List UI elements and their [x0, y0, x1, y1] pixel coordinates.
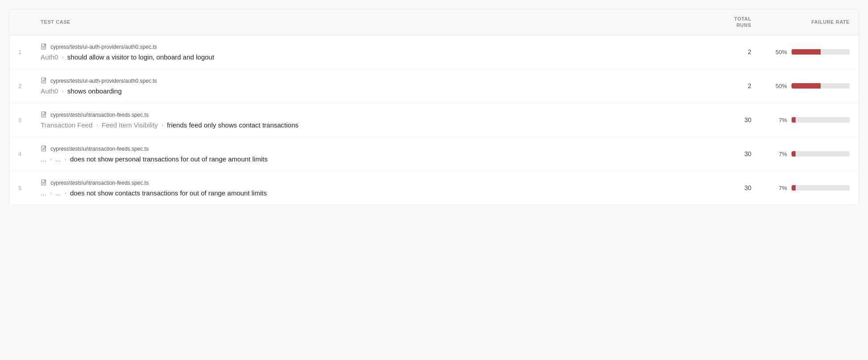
file-path: cypress\tests\ui\transaction-feeds.spec.… [41, 111, 707, 119]
total-runs: 30 [707, 184, 760, 191]
file-icon [41, 111, 48, 119]
file-icon [41, 77, 48, 85]
file-path: cypress/tests/ui-auth-providers/auth0.sp… [41, 43, 707, 51]
failure-percentage: 7% [773, 185, 787, 191]
breadcrumb-part: ... [55, 189, 61, 197]
failure-bar-fill [792, 151, 796, 157]
failure-bar-container [792, 49, 850, 55]
breadcrumb-part: Auth0 [41, 53, 58, 61]
table-header: TEST CASE TOTALRUNS FAILURE RATE [9, 9, 859, 35]
test-info: cypress/tests/ui-auth-providers/auth0.sp… [41, 43, 707, 61]
test-title: friends feed only shows contact transact… [167, 121, 298, 129]
failure-bar-fill [792, 117, 796, 123]
failure-bar-fill [792, 83, 821, 89]
breadcrumb-part: ... [41, 155, 46, 163]
breadcrumb-part: Feed Item Visibility [102, 121, 158, 129]
total-runs: 2 [707, 82, 760, 89]
total-runs: 2 [707, 48, 760, 55]
svg-rect-4 [42, 78, 46, 83]
breadcrumb-separator: › [161, 122, 163, 128]
row-number: 2 [18, 83, 41, 89]
svg-rect-8 [42, 112, 46, 117]
test-title: should allow a visitor to login, onboard… [67, 53, 215, 61]
file-name: cypress/tests/ui-auth-providers/auth0.sp… [51, 44, 157, 50]
row-number: 5 [18, 185, 41, 191]
failure-bar-container [792, 151, 850, 157]
failure-bar-container [792, 185, 850, 191]
failure-rate-cell: 7% [760, 117, 850, 123]
test-name: Auth0 › should allow a visitor to login,… [41, 53, 707, 61]
breadcrumb-part: ... [55, 155, 61, 163]
test-info: cypress\tests\ui\transaction-feeds.spec.… [41, 111, 707, 129]
breadcrumb-part: ... [41, 189, 46, 197]
failure-bar-fill [792, 49, 821, 55]
table-body: 1 cypress/tests/ui-auth-providers/auth0.… [9, 35, 859, 205]
table-row: 5 cypress\tests\ui\transaction-feeds.spe… [9, 171, 859, 205]
table-row: 4 cypress\tests\ui\transaction-feeds.spe… [9, 137, 859, 171]
failure-rate-cell: 7% [760, 151, 850, 157]
breadcrumb-separator: › [96, 122, 98, 128]
table-row: 2 cypress/tests/ui-auth-providers/auth0.… [9, 69, 859, 103]
svg-rect-16 [42, 180, 46, 185]
file-name: cypress\tests\ui\transaction-feeds.spec.… [51, 180, 148, 186]
svg-rect-12 [42, 146, 46, 151]
file-path: cypress\tests\ui\transaction-feeds.spec.… [41, 179, 707, 186]
breadcrumb-part: Transaction Feed [41, 121, 93, 129]
breadcrumb-separator: › [62, 54, 63, 60]
file-name: cypress\tests\ui\transaction-feeds.spec.… [51, 112, 148, 118]
file-name: cypress/tests/ui-auth-providers/auth0.sp… [51, 78, 157, 84]
test-name: ...›... › does not show contacts transac… [41, 189, 707, 197]
total-runs: 30 [707, 150, 760, 157]
test-info: cypress\tests\ui\transaction-feeds.spec.… [41, 145, 707, 163]
failure-rate-cell: 50% [760, 49, 850, 55]
file-name: cypress\tests\ui\transaction-feeds.spec.… [51, 146, 148, 152]
failure-bar-container [792, 117, 850, 123]
breadcrumb-separator: › [62, 88, 63, 94]
breadcrumb-separator: › [50, 190, 52, 196]
svg-rect-0 [42, 44, 46, 49]
test-title: shows onboarding [67, 87, 122, 95]
failure-rate-cell: 50% [760, 83, 850, 89]
test-name: Auth0 › shows onboarding [41, 87, 707, 95]
col-header-test-case: TEST CASE [41, 19, 707, 25]
test-info: cypress\tests\ui\transaction-feeds.spec.… [41, 179, 707, 197]
test-name: ...›... › does not show personal transac… [41, 155, 707, 163]
failure-percentage: 7% [773, 151, 787, 157]
table-row: 1 cypress/tests/ui-auth-providers/auth0.… [9, 35, 859, 69]
test-info: cypress/tests/ui-auth-providers/auth0.sp… [41, 77, 707, 95]
breadcrumb-part: Auth0 [41, 87, 58, 95]
failure-bar-container [792, 83, 850, 89]
breadcrumb-separator: › [64, 156, 66, 162]
test-title: does not show contacts transactions for … [70, 189, 267, 197]
test-name: Transaction Feed›Feed Item Visibility › … [41, 121, 707, 129]
row-number: 4 [18, 151, 41, 157]
failure-bar-fill [792, 185, 796, 191]
row-number: 1 [18, 49, 41, 55]
test-results-table: TEST CASE TOTALRUNS FAILURE RATE 1 cypre [9, 9, 859, 205]
col-header-total-runs: TOTALRUNS [707, 16, 760, 29]
file-icon [41, 179, 48, 186]
col-header-failure-rate: FAILURE RATE [760, 19, 850, 25]
file-path: cypress/tests/ui-auth-providers/auth0.sp… [41, 77, 707, 85]
failure-percentage: 50% [773, 49, 787, 55]
table-row: 3 cypress\tests\ui\transaction-feeds.spe… [9, 103, 859, 137]
failure-rate-cell: 7% [760, 185, 850, 191]
row-number: 3 [18, 117, 41, 123]
file-path: cypress\tests\ui\transaction-feeds.spec.… [41, 145, 707, 152]
failure-percentage: 7% [773, 117, 787, 123]
failure-percentage: 50% [773, 83, 787, 89]
breadcrumb-separator: › [50, 156, 52, 162]
total-runs: 30 [707, 116, 760, 123]
file-icon [41, 145, 48, 152]
file-icon [41, 43, 48, 51]
test-title: does not show personal transactions for … [70, 155, 268, 163]
breadcrumb-separator: › [64, 190, 66, 196]
